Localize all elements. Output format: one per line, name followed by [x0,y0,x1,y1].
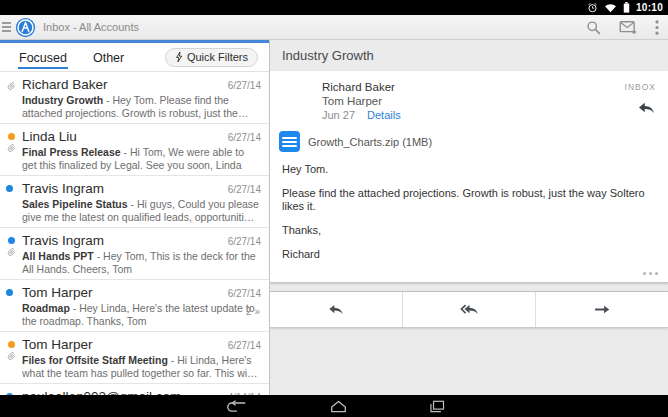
message-card: RB Richard Baker Tom Harper Jun 27Detail… [270,71,668,283]
unread-dot [8,341,15,348]
attachment-name: Growth_Charts.zip (1MB) [308,136,432,148]
tab-other[interactable]: Other [92,44,125,71]
forward-button[interactable] [536,292,668,327]
message-body: Hey Tom. Please find the attached projec… [270,159,668,261]
folder-badge: INBOX [625,82,656,92]
sender-name: Tom Harper [22,337,93,352]
message-header: RB Richard Baker Tom Harper Jun 27Detail… [270,71,668,125]
alarm-icon [587,2,598,13]
sender-name: Travis Ingram [22,233,104,248]
from-name: Richard Baker [322,80,625,94]
attachment-chip[interactable]: Growth_Charts.zip (1MB) [270,125,668,159]
avatar: RB [279,80,312,113]
forward-arrow-icon [593,303,611,316]
sender-name: Travis Ingram [22,181,104,196]
drawer-menu-icon[interactable] [2,22,11,32]
android-nav-bar [0,395,668,417]
unread-dot [6,289,13,296]
mail-list-item[interactable]: Travis Ingram 6/27/14 Sales Pipeline Sta… [0,176,269,228]
body-paragraph: Please find the attached projections. Gr… [282,187,656,213]
row-date: 6/27/14 [228,184,261,195]
row-date: 6/27/14 [228,236,261,247]
message-list-pane: Focused Other Quick Filters Richard Bake… [0,40,270,395]
row-date: 6/27/14 [228,132,261,143]
overflow-menu-icon[interactable] [646,15,668,39]
mail-list: Richard Baker 6/27/14 Industry Growth - … [0,72,269,395]
quick-filters-label: Quick Filters [187,51,248,63]
toolbar-title: Inbox - All Accounts [43,21,139,33]
unread-dot [6,185,13,192]
row-preview: Sales Pipeline Status - Hi guys, Could y… [22,198,261,223]
inbox-tabs: Focused Other Quick Filters [0,43,269,72]
row-date: 6/27/14 [228,80,261,91]
app-logo-icon[interactable] [15,17,36,38]
nav-back-button[interactable] [224,400,248,413]
nav-home-button[interactable] [330,400,347,413]
search-icon[interactable] [577,15,610,39]
mail-list-item[interactable]: Tom Harper 6/27/14 Files for Offsite Sta… [0,332,269,384]
mail-list-item[interactable]: paulaallen003@gmail.com 4/14/14 [0,384,269,395]
row-preview: Industry Growth - Hey Tom. Please find t… [22,94,261,119]
row-preview: Final Press Release - Hi Tom, We were ab… [22,146,261,171]
sender-name: Richard Baker [22,77,108,92]
unread-dot [8,133,15,140]
row-subject: Files for Offsite Staff Meeting [22,354,168,366]
body-paragraph: Richard [282,248,656,261]
row-indicators [6,289,13,296]
tab-focused[interactable]: Focused [18,44,68,71]
row-indicators [6,237,17,258]
message-addresses: Richard Baker Tom Harper Jun 27Details [322,80,625,123]
status-bar: 10:10 [0,0,668,15]
unread-dot [8,237,15,244]
row-subject: Sales Pipeline Status [22,198,128,210]
sender-name: Linda Liu [22,129,77,144]
lightning-icon [175,51,183,63]
row-preview: Files for Offsite Staff Meeting - Hi Lin… [22,354,261,379]
thread-badge: 2 » [246,306,260,317]
message-date: Jun 27 [322,109,355,121]
attachment-icon [6,143,17,154]
row-indicators [6,81,17,92]
reading-pane: Industry Growth RB Richard Baker Tom Har… [270,40,668,395]
app-screen: 10:10 Inbox - All Accounts Focused Other [0,0,668,417]
sender-name: Tom Harper [22,285,93,300]
row-date: 6/27/14 [228,288,261,299]
attachment-icon [6,351,17,362]
to-name: Tom Harper [322,94,625,108]
row-preview: Roadmap - Hey Linda, Here's the latest u… [22,302,261,327]
message-action-bar [270,291,668,328]
body-paragraph: Hey Tom. [282,163,656,176]
row-subject: Industry Growth [22,94,103,106]
mail-list-item[interactable]: Linda Liu 6/27/14 Final Press Release - … [0,124,269,176]
app-toolbar: Inbox - All Accounts [0,15,668,40]
reply-button[interactable] [270,292,403,327]
mail-list-item[interactable]: Travis Ingram 6/27/14 All Hands PPT - He… [0,228,269,280]
conversation-title: Industry Growth [270,40,668,71]
body-paragraph: Thanks, [282,224,656,237]
message-meta: Jun 27Details [322,108,625,123]
mail-list-item[interactable]: Tom Harper 6/27/14 Roadmap - Hey Linda, … [0,280,269,332]
attachment-file-icon [279,131,300,152]
row-subject: Roadmap [22,302,70,314]
compose-icon[interactable] [610,15,646,39]
row-subject: Final Press Release [22,146,121,158]
row-subject: All Hands PPT [22,250,94,262]
attachment-icon [6,81,17,92]
mail-list-item[interactable]: Richard Baker 6/27/14 Industry Growth - … [0,72,269,124]
clock-text: 10:10 [636,2,663,13]
details-link[interactable]: Details [367,109,401,121]
reply-arrow-icon [327,303,345,316]
row-indicators [6,341,17,362]
row-indicators [6,185,13,192]
row-date: 6/27/14 [228,340,261,351]
quick-filters-button[interactable]: Quick Filters [165,48,258,67]
message-overflow-icon[interactable] [270,272,668,282]
reply-all-arrow-icon [459,303,480,316]
attachment-icon [6,247,17,258]
wifi-icon [604,2,617,13]
row-preview: All Hands PPT - Hey Tom, This is the dec… [22,250,261,275]
main-content: Focused Other Quick Filters Richard Bake… [0,40,668,395]
nav-recents-button[interactable] [429,400,445,413]
reply-all-button[interactable] [403,292,536,327]
reply-icon[interactable] [637,101,656,119]
